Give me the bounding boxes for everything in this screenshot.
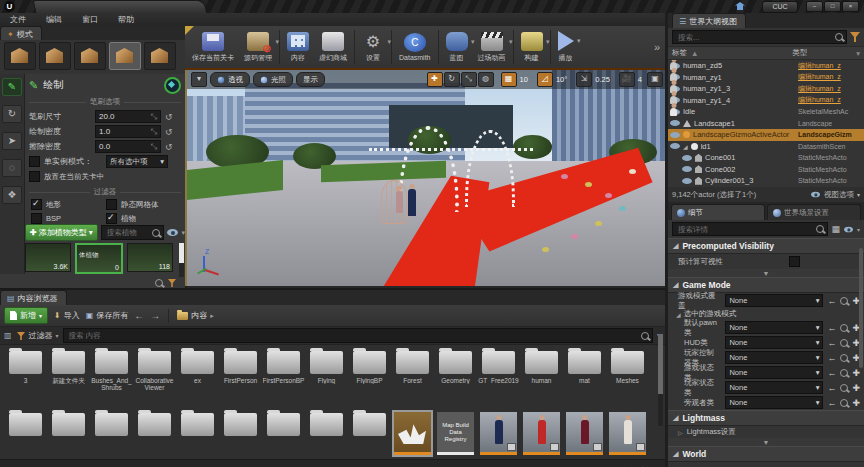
move-tool-icon[interactable]: ✚ [427,72,443,87]
folder-tile[interactable]: FirstPersonBP [262,348,305,406]
asset-tile-selected[interactable] [391,410,434,459]
outliner-row[interactable]: Cone001StaticMeshActo [668,152,864,164]
folder-tile[interactable]: GT_Free2019 [477,348,520,406]
outliner-row[interactable]: IdleSkeletalMeshAc [668,106,864,118]
folder-tile[interactable] [90,410,133,459]
perspective-dropdown[interactable]: 透视 [210,72,250,87]
maximize-button[interactable]: □ [824,1,841,12]
hud-class-dropdown[interactable]: None▾ [725,336,823,349]
back-arrow-icon[interactable]: ← [827,296,836,306]
visibility-eye-icon[interactable] [682,166,692,172]
add-foliage-type-button[interactable]: ✚添加植物类型▾ [25,224,98,241]
zoom-icon[interactable] [155,279,163,287]
grid-snap-value[interactable]: 10 [518,75,530,84]
world-local-icon[interactable]: ◍ [478,72,494,87]
details-scrollbar[interactable] [859,248,863,368]
source-control-button[interactable]: 源码管理▾ [239,30,277,65]
content-button[interactable]: 内容 [282,30,314,65]
mode-paint-button[interactable] [39,42,71,70]
mode-place-button[interactable] [4,42,36,70]
erase-density-field[interactable]: 0.0⤡ [95,140,161,153]
breadcrumb[interactable]: 内容 ▸ [177,310,214,321]
foliage-gem-icon[interactable] [164,77,181,94]
maximize-viewport-icon[interactable]: ▣ [647,72,663,87]
tab-world-settings[interactable]: 世界场景设置 [767,204,861,220]
foliage-type-2-selected[interactable]: 体植物0 [75,243,123,274]
folder-tile[interactable]: 新建文件夹 [47,348,90,406]
mode-foliage-button[interactable] [109,42,141,70]
outliner-view-options[interactable]: 视图选项▾ [810,190,860,200]
fill-tool-button[interactable]: ❖ [2,186,22,204]
foliage-type-3[interactable]: 118 [127,243,173,272]
camera-speed-icon[interactable]: 🎥 [619,72,635,87]
section-lightmass[interactable]: ◢Lightmass [668,410,864,426]
menu-help[interactable]: 帮助 [108,14,144,25]
lasso-tool-button[interactable]: ◌ [2,159,22,177]
lit-dropdown[interactable]: 光照 [253,72,293,87]
close-button[interactable]: × [842,1,859,12]
browse-icon[interactable] [840,297,848,305]
content-search-input[interactable] [67,330,639,341]
visibility-eye-icon[interactable] [670,120,680,126]
eye-filter-icon[interactable] [167,229,178,236]
tab-content-browser[interactable]: ▤ 内容浏览器 [0,290,67,305]
folder-tile[interactable] [219,410,262,459]
filters-button[interactable]: 过滤器▾ [16,330,59,341]
expand-arrow-icon[interactable]: ◢ [683,143,688,150]
folder-tile[interactable]: Meshes [606,348,649,406]
single-instance-dropdown[interactable]: 所有选中项▾ [106,155,168,168]
back-arrow-icon[interactable]: ← [827,383,836,393]
folder-tile[interactable]: Flying [305,348,348,406]
back-nav-button[interactable]: ← [134,310,144,321]
filter-bsp-checkbox[interactable] [31,213,42,224]
outliner-row[interactable]: human_zy1_4编辑human_z [668,95,864,107]
level-viewport[interactable]: Z ▾ 透视 光照 显示 ✚ ↻ ⤡ ◍ ▦ 10 [185,70,667,286]
player-state-dropdown[interactable]: None▾ [725,381,823,394]
show-dropdown[interactable]: 显示 [296,72,325,87]
content-search[interactable] [63,328,653,343]
scale-snap-value[interactable]: 0.25 [593,75,612,84]
outliner-row[interactable]: Cylinder001_3StaticMeshActo [668,175,864,187]
mode-landscape-button[interactable] [74,42,106,70]
folder-tile[interactable]: Bushes_And_Shrubs [90,348,133,406]
blueprints-button[interactable]: 蓝图▾ [441,30,473,65]
visibility-eye-icon[interactable] [670,132,680,138]
minimize-button[interactable]: − [806,1,823,12]
folder-tile[interactable] [47,410,90,459]
single-instance-checkbox[interactable] [29,156,40,167]
browse-icon[interactable] [840,399,848,407]
game-state-dropdown[interactable]: None▾ [725,366,823,379]
asset-tile-map-build-data[interactable]: Map Build Data Registry [434,410,477,459]
outliner-row[interactable]: Cone002StaticMeshActo [668,164,864,176]
menu-edit[interactable]: 编辑 [36,14,72,25]
browse-icon[interactable] [840,369,848,377]
marketplace-button[interactable]: 虚幻商城 [314,30,352,65]
folder-tile[interactable]: FirstPerson [219,348,262,406]
foliage-type-1[interactable]: 3.6K [25,243,71,272]
outliner-row[interactable]: human_zy1_3编辑human_z [668,83,864,95]
rotation-snap-icon[interactable]: ◿ [537,72,553,87]
scale-snap-icon[interactable]: ⇲ [576,72,592,87]
player-controller-dropdown[interactable]: None▾ [725,351,823,364]
tab-modes[interactable]: ✦ 模式 [0,26,42,40]
rotation-snap-value[interactable]: 10° [554,75,569,84]
add-new-button[interactable]: 新增▾ [4,307,48,324]
folder-tile[interactable] [133,410,176,459]
details-search[interactable] [672,222,828,236]
level-tab[interactable] [33,0,208,14]
paint-tool-button[interactable]: ✎ [2,78,22,96]
visibility-eye-icon[interactable] [670,143,680,149]
source-panel-toggle-icon[interactable]: ▥ [4,331,12,340]
folder-tile[interactable]: Forest [391,348,434,406]
display-filter-icon[interactable]: ▦ [831,224,840,234]
select-tool-button[interactable]: ➤ [2,132,22,150]
play-button[interactable]: 播放▾ [553,29,579,65]
folder-tile[interactable]: mat [563,348,606,406]
forward-nav-button[interactable]: → [150,310,160,321]
tab-details[interactable]: 细节 [671,204,765,220]
folder-tile[interactable]: ex [176,348,219,406]
toolbar-overflow-button[interactable]: » [654,41,663,53]
folder-tile[interactable] [348,410,391,459]
back-arrow-icon[interactable]: ← [827,353,836,363]
back-arrow-icon[interactable]: ← [827,368,836,378]
